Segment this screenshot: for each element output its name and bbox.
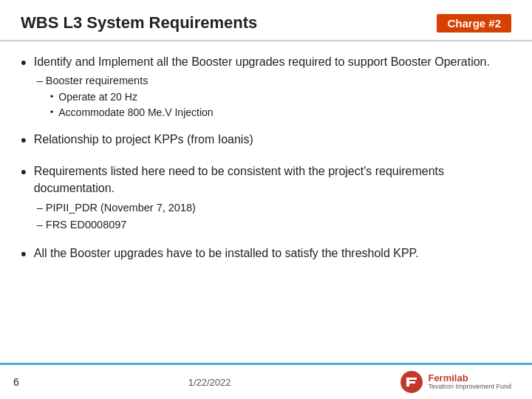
- sub-item: – FRS ED0008097: [37, 217, 511, 233]
- bullet-icon: •: [21, 243, 27, 266]
- slide-content: • Identify and Implement all the Booster…: [0, 41, 532, 363]
- sub-sub-list: • Operate at 20 Hz • Accommodate 800 Me.…: [50, 90, 490, 120]
- sub-sub-item: • Operate at 20 Hz: [50, 90, 490, 105]
- bullet-text: Relationship to project KPPs (from Ioani…: [34, 131, 253, 148]
- sub-list: – PIPII_PDR (November 7, 2018) – FRS ED0…: [37, 200, 511, 233]
- footer-logo: Fermilab Tevatron Improvement Fund: [400, 370, 511, 394]
- charge-badge: Charge #2: [437, 14, 511, 33]
- slide-title: WBS L3 System Requirements: [21, 13, 257, 33]
- fermilab-logo-icon: [400, 370, 423, 394]
- list-item: • Requirements listed here need to be co…: [21, 163, 511, 233]
- bullet-icon: •: [21, 161, 27, 184]
- list-item: • Relationship to project KPPs (from Ioa…: [21, 131, 511, 152]
- list-item: • Identify and Implement all the Booster…: [21, 53, 511, 120]
- bullet-text: Requirements listed here need to be cons…: [34, 163, 511, 233]
- logo-name: Fermilab: [428, 373, 511, 383]
- slide: WBS L3 System Requirements Charge #2 • I…: [0, 0, 532, 399]
- bullet-icon: •: [21, 52, 27, 75]
- bullet-icon: •: [21, 129, 27, 152]
- slide-header: WBS L3 System Requirements Charge #2: [0, 0, 532, 41]
- footer-date: 1/22/2022: [19, 377, 400, 388]
- list-item: • All the Booster upgrades have to be in…: [21, 245, 511, 266]
- sub-list: – Booster requirements • Operate at 20 H…: [37, 73, 490, 120]
- sub-item: – Booster requirements: [37, 73, 490, 89]
- sub-sub-item: • Accommodate 800 Me.V Injection: [50, 106, 490, 120]
- logo-sub: Tevatron Improvement Fund: [428, 383, 511, 391]
- fermilab-logo-text: Fermilab Tevatron Improvement Fund: [428, 373, 511, 391]
- bullet-text: All the Booster upgrades have to be inst…: [34, 245, 419, 262]
- slide-footer: 6 1/22/2022 Fermilab Tevatron Improvemen…: [0, 363, 532, 399]
- sub-item: – PIPII_PDR (November 7, 2018): [37, 200, 511, 216]
- bullet-text: Identify and Implement all the Booster u…: [34, 53, 490, 120]
- page-number: 6: [13, 376, 19, 388]
